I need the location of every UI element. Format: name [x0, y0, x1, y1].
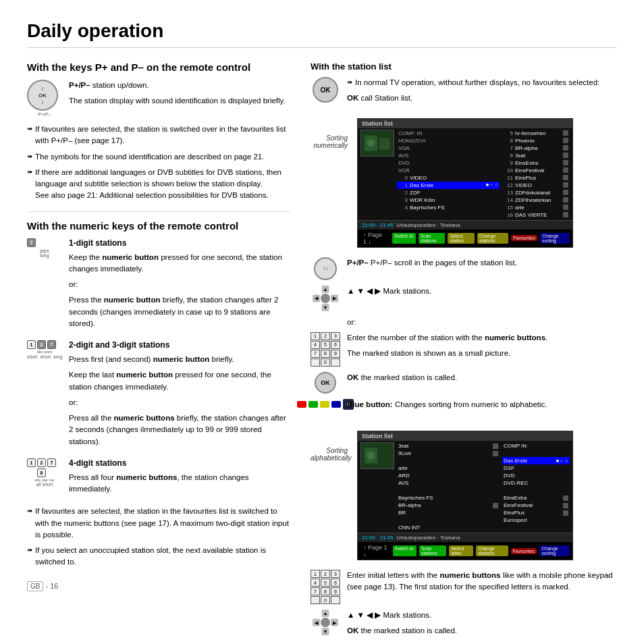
two-digit-title: 2-digit and 3-digit stations: [69, 340, 290, 350]
sorting-numerically-section: Sorting numerically Station list: [311, 114, 617, 252]
arrow2: The symbols for the sound identification…: [27, 151, 290, 163]
page-title: Daily operation: [27, 20, 617, 48]
ok-call: call Station list.: [360, 94, 412, 102]
four-digit-icon: 1 2 7 8 abc pqr tuv all short: [27, 458, 62, 487]
mark-stations-2: ▲ ▼ ◀ ▶ Mark stations.: [347, 610, 457, 621]
right-column: With the station list OK In normal TV op…: [311, 61, 617, 644]
mark-stations: ▲ ▼ ◀ ▶ Mark stations.: [347, 286, 431, 297]
blue-btn-desc: Changes sorting from numeric to alphabet…: [395, 400, 547, 408]
station-list-alpha: Station list 3sat 9Live arte: [357, 431, 573, 560]
or-label: or:: [347, 317, 617, 328]
sorting-alphabetically-section: Sorting alphabetically Station list 3sat…: [311, 427, 617, 564]
ok-marked-icon: OK: [311, 372, 340, 394]
color-buttons-icon: B: [311, 399, 340, 410]
arrow4: If favourites are selected, the station …: [27, 506, 290, 541]
blue-btn-label: Blue button:: [347, 400, 393, 408]
ok-button-icon: OK: [311, 77, 340, 103]
ok-marked-label-2: the marked station is called.: [360, 626, 457, 635]
section-numeric-title: With the numeric keys of the remote cont…: [27, 220, 290, 232]
pp-scroll: P+/P– scroll in the pages of the station…: [371, 259, 517, 267]
ok-label: OK: [347, 94, 358, 102]
arrow-cross-icon: ▲ ▼ ◀ ▶: [311, 286, 340, 311]
sorting-numerically-label: Sorting numerically: [311, 114, 348, 149]
sorting-alphabetically-label: Sorting alphabetically: [311, 427, 348, 462]
station-thumbnail: [360, 130, 394, 157]
alpha-left-channels: 3sat 9Live arte ARD AVS Bayrisches FS BR…: [397, 442, 500, 531]
keys-sound: The station display with sound identific…: [69, 95, 290, 107]
remote-control-icon: ↑ OK ↓ P+/P–: [27, 80, 62, 117]
section-keys-title: With the keys P+ and P– on the remote co…: [27, 61, 290, 73]
arrow3: If there are additional languages or DVB…: [27, 167, 290, 202]
svg-rect-2: [379, 138, 390, 149]
station-list-numeric: Station list COMP. IN HD: [357, 118, 573, 248]
alpha-thumbnail: [360, 442, 394, 469]
numpad-icon: 123 456 789 0: [311, 332, 340, 367]
one-digit-icon: 7 pqrs long: [27, 238, 62, 258]
numpad-alpha-icon: 123 456 789 0: [311, 570, 340, 604]
svg-point-6: [367, 452, 375, 460]
left-column: With the keys P+ and P– on the remote co…: [27, 61, 290, 644]
left-channels: COMP. IN HDMI2/DVI VGA AVS DVD VCR 0VIDE…: [397, 130, 500, 219]
intro-arrow: In normal TV operation, without further …: [347, 77, 599, 88]
page-number: - 16: [46, 582, 59, 590]
four-digit-title: 4-digit stations: [69, 458, 290, 468]
ok-marked-label: the marked station is called.: [360, 373, 457, 381]
keys-label: P+/P–: [69, 81, 90, 89]
arrow-cross-icon-2: ▲ ▼ ◀ ▶: [311, 610, 340, 635]
station-list-title: With the station list: [311, 61, 617, 72]
one-digit-title: 1-digit stations: [69, 238, 290, 248]
two-digit-icon: 1 2 7 abc pqrs shortshortlong: [27, 340, 62, 359]
marked-shown: The marked station is shown as a small p…: [347, 348, 547, 359]
alpha-right-channels: COMP IN Das Erste■ ○ ☆ DSF DVD DVD-REC E…: [502, 442, 570, 531]
arrow5: If you select an unoccupied station slot…: [27, 545, 290, 568]
right-channels: 5hr-fernsehen 6Phoenix 7BR-alpha 83sat 9…: [502, 130, 570, 219]
keys-desc: station up/down.: [92, 81, 149, 89]
arrow1: If favourites are selected, the station …: [27, 124, 290, 147]
svg-point-3: [367, 139, 375, 147]
pp-remote-icon: ↑↓: [311, 257, 340, 280]
